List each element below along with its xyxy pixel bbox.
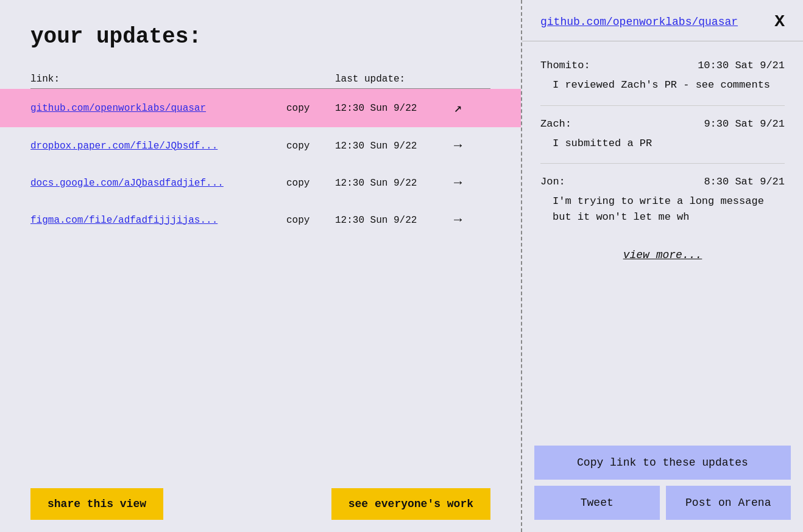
table-row: docs.google.com/aJQbasdfadjief... copy 1… <box>30 164 490 201</box>
share-buttons-row: Tweet Post on Arena <box>534 486 791 520</box>
row-date: 12:30 Sun 9/22 <box>335 103 454 114</box>
row-link[interactable]: github.com/openworklabs/quasar <box>30 103 286 114</box>
row-copy-button[interactable]: copy <box>286 215 335 226</box>
bottom-bar-left: share this view see everyone's work <box>0 476 521 532</box>
message-meta: Thomito: 10:30 Sat 9/21 <box>540 60 785 71</box>
message-time: 10:30 Sat 9/21 <box>698 60 785 71</box>
message-author: Thomito: <box>540 60 590 71</box>
table-row: figma.com/file/adfadfijjjijas... copy 12… <box>30 201 490 239</box>
message-text: I'm trying to write a long message but i… <box>540 194 785 225</box>
tweet-button[interactable]: Tweet <box>534 486 660 520</box>
message-text: I reviewed Zach's PR - see comments <box>540 77 785 93</box>
right-header: github.com/openworklabs/quasar X <box>522 0 803 41</box>
row-arrow[interactable]: ↗ <box>454 100 490 116</box>
right-header-link[interactable]: github.com/openworklabs/quasar <box>540 16 738 28</box>
view-more-link[interactable]: view more... <box>540 237 785 261</box>
row-date: 12:30 Sun 9/22 <box>335 215 454 226</box>
message-author: Jon: <box>540 176 565 187</box>
copy-link-button[interactable]: Copy link to these updates <box>534 446 791 480</box>
right-content: Thomito: 10:30 Sat 9/21 I reviewed Zach'… <box>522 41 803 436</box>
message-list: Thomito: 10:30 Sat 9/21 I reviewed Zach'… <box>540 47 785 237</box>
message-meta: Zach: 9:30 Sat 9/21 <box>540 118 785 130</box>
col-date-header: last update: <box>335 74 454 85</box>
row-date: 12:30 Sun 9/22 <box>335 178 454 189</box>
message-author: Zach: <box>540 118 571 130</box>
close-button[interactable]: X <box>774 12 785 31</box>
row-arrow[interactable]: → <box>454 175 490 191</box>
right-bottom: Copy link to these updates Tweet Post on… <box>522 436 803 532</box>
see-everyones-work-button[interactable]: see everyone's work <box>331 488 490 520</box>
message-meta: Jon: 8:30 Sat 9/21 <box>540 176 785 187</box>
table-header: link: last update: <box>30 74 490 89</box>
row-arrow[interactable]: → <box>454 212 490 228</box>
row-copy-button[interactable]: copy <box>286 141 335 152</box>
message-block: Zach: 9:30 Sat 9/21 I submitted a PR <box>540 106 785 164</box>
table-rows: github.com/openworklabs/quasar copy 12:3… <box>30 89 490 239</box>
row-link[interactable]: figma.com/file/adfadfijjjijas... <box>30 215 286 226</box>
right-panel: github.com/openworklabs/quasar X Thomito… <box>522 0 803 532</box>
left-content: your updates: link: last update: github.… <box>0 0 521 476</box>
message-time: 8:30 Sat 9/21 <box>704 176 785 187</box>
row-date: 12:30 Sun 9/22 <box>335 141 454 152</box>
row-arrow[interactable]: → <box>454 138 490 153</box>
table-row: github.com/openworklabs/quasar copy 12:3… <box>0 89 521 127</box>
row-copy-button[interactable]: copy <box>286 103 335 114</box>
row-link[interactable]: docs.google.com/aJQbasdfadjief... <box>30 178 286 189</box>
page-title: your updates: <box>30 24 490 49</box>
message-text: I submitted a PR <box>540 136 785 152</box>
left-panel: your updates: link: last update: github.… <box>0 0 521 532</box>
row-link[interactable]: dropbox.paper.com/file/JQbsdf... <box>30 141 286 152</box>
col-link-header: link: <box>30 74 286 85</box>
message-block: Thomito: 10:30 Sat 9/21 I reviewed Zach'… <box>540 47 785 106</box>
message-time: 9:30 Sat 9/21 <box>704 118 785 130</box>
row-copy-button[interactable]: copy <box>286 178 335 189</box>
post-arena-button[interactable]: Post on Arena <box>666 486 791 520</box>
share-this-view-button[interactable]: share this view <box>30 488 163 520</box>
message-block: Jon: 8:30 Sat 9/21 I'm trying to write a… <box>540 164 785 237</box>
table-row: dropbox.paper.com/file/JQbsdf... copy 12… <box>30 127 490 164</box>
